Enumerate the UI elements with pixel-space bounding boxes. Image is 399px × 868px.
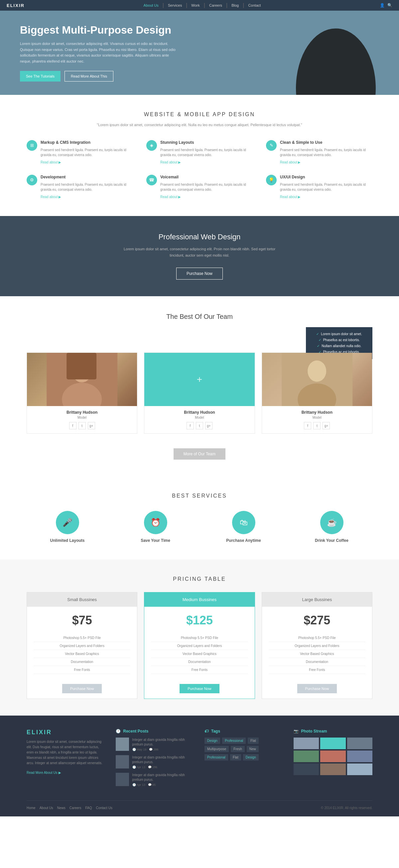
camera-icon: 📷 [294, 729, 299, 734]
post-meta-1: 🕐 May 19 💬 286 [132, 748, 195, 751]
tag-new[interactable]: New [247, 746, 259, 752]
post-info-3: Integer at diam gravida fringilla nibh p… [132, 773, 195, 786]
svg-point-5 [307, 361, 326, 382]
footer-post-3: Integer at diam gravida fringilla nibh p… [116, 773, 195, 786]
uxui-read-more[interactable]: Read about ▶ [280, 195, 301, 199]
tag-design[interactable]: Design [204, 738, 220, 744]
feature-clean-text: Clean & Simple to Use Praesent sed hendr… [280, 140, 372, 165]
clock-small-icon: 🕐 [116, 729, 121, 734]
purchase-large-button[interactable]: Purchase Now [297, 684, 337, 693]
hero-body: Lorem ipsum dolor sit amet, consectetur … [20, 41, 179, 64]
post-thumbnail-3 [116, 773, 129, 786]
social-icons-3: f t g+ [266, 422, 368, 429]
voicemail-read-more[interactable]: Read about ▶ [160, 195, 181, 199]
social-icons-2: f t g+ [148, 422, 251, 429]
svg-rect-3 [67, 353, 96, 379]
google-icon-2[interactable]: g+ [205, 422, 212, 429]
small-f2: Organized Layers and Folders [34, 642, 130, 650]
twitter-icon-2[interactable]: t [196, 422, 203, 429]
photo-stream-grid [294, 738, 373, 775]
nav-services[interactable]: Services [168, 3, 182, 7]
footer-news[interactable]: News [57, 806, 66, 810]
small-f3: Vector Based Graphics [34, 650, 130, 658]
google-icon-3[interactable]: g+ [323, 422, 330, 429]
clean-read-more[interactable]: Read about ▶ [280, 160, 301, 164]
nav-logo: ELIXIR [7, 3, 25, 8]
services-title: BEST SERVICES [27, 493, 372, 499]
feature-dev: ⚙ Development Praesent sed hendrerit lig… [27, 175, 133, 199]
clean-icon: ✎ [266, 140, 277, 151]
purchase-medium-button[interactable]: Purchase Now [179, 684, 220, 693]
read-more-button[interactable]: Read More About This [65, 71, 113, 82]
footer-contact[interactable]: Contact Us [96, 806, 112, 810]
footer-about-us[interactable]: About Us [40, 806, 53, 810]
facebook-icon-2[interactable]: f [187, 422, 194, 429]
uxui-icon: 💡 [266, 175, 277, 185]
more-team-button[interactable]: More of Our Team [173, 448, 226, 460]
professional-section: Professional Web Design Lorem ipsum dolo… [0, 216, 399, 296]
tag-professional-2[interactable]: Professional [204, 754, 228, 761]
search-icon[interactable]: 🔍 [387, 3, 392, 8]
tooltip-item-1: ✓Lorem ipsum dolor sit amet. [311, 331, 367, 337]
feature-layouts: ◈ Stunning Layouts Praesent sed hendreri… [146, 140, 253, 165]
nav-links: About Us | Services | Work | Careers | B… [144, 2, 261, 8]
pricing-large-price: $275 [262, 607, 372, 634]
tag-design-2[interactable]: Design [243, 754, 259, 761]
tag-multipurpose[interactable]: Multipurpose [204, 746, 229, 752]
tag-flat-2[interactable]: Flat [230, 754, 241, 761]
footer-home[interactable]: Home [27, 806, 36, 810]
dev-read-more[interactable]: Read about ▶ [40, 195, 62, 199]
facebook-icon-3[interactable]: f [304, 422, 311, 429]
purchase-small-button[interactable]: Purchase Now [62, 684, 102, 693]
team-title: The Best Of Our Team [27, 313, 372, 320]
twitter-icon-3[interactable]: t [313, 422, 321, 429]
team-card-3-info: Brittany Hudson Model f t g+ [262, 406, 372, 433]
tag-flat[interactable]: Flat [248, 738, 259, 744]
large-f4: Documentation [269, 658, 365, 666]
team-photo-1 [27, 353, 137, 406]
footer: ELIXIR Lorem ipsum dolor sit amet, conse… [0, 716, 399, 816]
team-member-1-role: Model [31, 416, 133, 420]
pricing-medium-price: $125 [144, 607, 254, 634]
footer-careers[interactable]: Careers [69, 806, 81, 810]
post-meta-2: 🕐 Apr 13 💬 186 [132, 766, 195, 769]
team-member-2-name: Brittany Hudson [148, 410, 251, 415]
footer-post-1: Integer at diam gravida fringilla nibh p… [116, 738, 195, 751]
hero-content: Biggest Multi-Purpose Design Lorem ipsum… [20, 24, 179, 82]
pricing-large-header: Large Bussines [262, 592, 372, 607]
nav-careers[interactable]: Careers [209, 3, 222, 7]
small-f5: Free Fonts [34, 666, 130, 674]
team-card-2-info: Brittany Hudson Model f t g+ [144, 406, 254, 433]
service-unlimited-label: Unlimited Layouts [27, 538, 108, 543]
footer-read-more[interactable]: Read More About Us ▶ [27, 771, 61, 774]
pricing-medium: Medium Bussines $125 Photoshop 5.5+ PSD … [144, 592, 255, 699]
tag-fresh[interactable]: Fresh [231, 746, 245, 752]
tooltip-item-3: ✓Nullam allandiet nulla odio. [311, 343, 367, 349]
footer-faq[interactable]: FAQ [85, 806, 92, 810]
photo-9 [347, 764, 373, 775]
pricing-medium-header: Medium Bussines [144, 592, 254, 607]
tag-professional[interactable]: Professional [222, 738, 246, 744]
markup-read-more[interactable]: Read about ▶ [40, 160, 62, 164]
medium-f1: Photoshop 5.5+ PSD File [151, 634, 248, 642]
microphone-icon: 🎤 [63, 518, 72, 527]
small-f1: Photoshop 5.5+ PSD File [34, 634, 130, 642]
pricing-large: Large Bussines $275 Photoshop 5.5+ PSD F… [262, 592, 372, 699]
hero-section: Biggest Multi-Purpose Design Lorem ipsum… [0, 11, 399, 95]
person-icon[interactable]: 👤 [380, 3, 385, 8]
dev-icon: ⚙ [27, 175, 37, 185]
facebook-icon-1[interactable]: f [69, 422, 76, 429]
purchase-now-button[interactable]: Purchase Now [176, 268, 223, 280]
layouts-read-more[interactable]: Read about ▶ [160, 160, 181, 164]
google-icon-1[interactable]: g+ [88, 422, 95, 429]
nav-about[interactable]: About Us [144, 3, 159, 7]
footer-desc: Lorem ipsum dolor sit amet, consectetur … [27, 739, 106, 766]
nav-contact[interactable]: Contact [248, 3, 261, 7]
footer-photo-stream: 📷 Photo Stream [294, 729, 373, 790]
tutorials-button[interactable]: See The Tutorials [20, 71, 61, 82]
voicemail-icon: ☎ [146, 175, 157, 185]
services-grid: 🎤 Unlimited Layouts ⏰ Save Your Time 🛍 P… [27, 511, 372, 543]
nav-work[interactable]: Work [191, 3, 199, 7]
nav-blog[interactable]: Blog [231, 3, 239, 7]
twitter-icon-1[interactable]: t [78, 422, 86, 429]
